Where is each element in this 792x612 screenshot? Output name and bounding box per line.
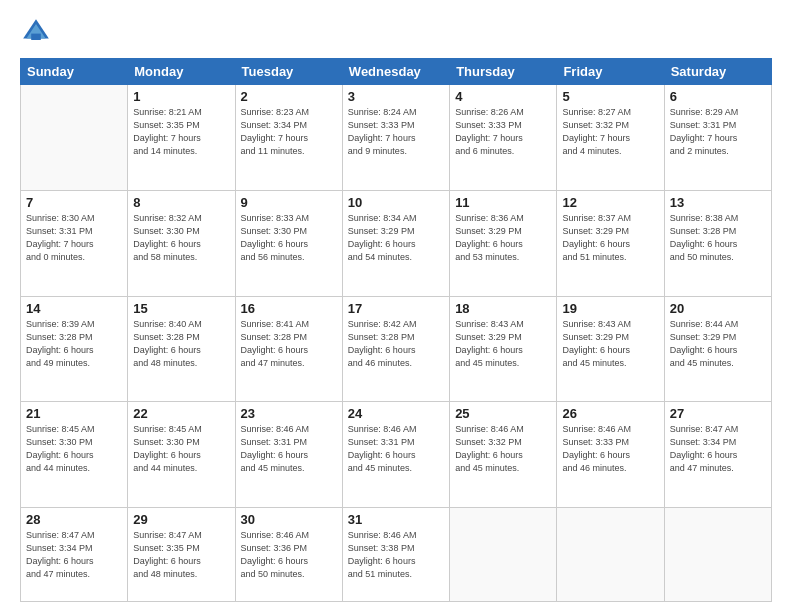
day-number: 30 xyxy=(241,512,337,527)
calendar-week-row: 14Sunrise: 8:39 AM Sunset: 3:28 PM Dayli… xyxy=(21,296,772,402)
calendar-cell: 28Sunrise: 8:47 AM Sunset: 3:34 PM Dayli… xyxy=(21,508,128,602)
day-number: 8 xyxy=(133,195,229,210)
day-of-week-thursday: Thursday xyxy=(450,59,557,85)
calendar-week-row: 1Sunrise: 8:21 AM Sunset: 3:35 PM Daylig… xyxy=(21,85,772,191)
day-info: Sunrise: 8:26 AM Sunset: 3:33 PM Dayligh… xyxy=(455,106,551,158)
day-number: 22 xyxy=(133,406,229,421)
day-info: Sunrise: 8:47 AM Sunset: 3:35 PM Dayligh… xyxy=(133,529,229,581)
day-number: 1 xyxy=(133,89,229,104)
day-number: 2 xyxy=(241,89,337,104)
calendar-cell: 5Sunrise: 8:27 AM Sunset: 3:32 PM Daylig… xyxy=(557,85,664,191)
calendar-cell: 12Sunrise: 8:37 AM Sunset: 3:29 PM Dayli… xyxy=(557,190,664,296)
calendar-cell: 21Sunrise: 8:45 AM Sunset: 3:30 PM Dayli… xyxy=(21,402,128,508)
calendar-cell: 13Sunrise: 8:38 AM Sunset: 3:28 PM Dayli… xyxy=(664,190,771,296)
calendar-cell xyxy=(21,85,128,191)
day-info: Sunrise: 8:34 AM Sunset: 3:29 PM Dayligh… xyxy=(348,212,444,264)
day-of-week-sunday: Sunday xyxy=(21,59,128,85)
day-of-week-wednesday: Wednesday xyxy=(342,59,449,85)
day-info: Sunrise: 8:33 AM Sunset: 3:30 PM Dayligh… xyxy=(241,212,337,264)
calendar-cell: 17Sunrise: 8:42 AM Sunset: 3:28 PM Dayli… xyxy=(342,296,449,402)
calendar-week-row: 21Sunrise: 8:45 AM Sunset: 3:30 PM Dayli… xyxy=(21,402,772,508)
day-number: 17 xyxy=(348,301,444,316)
day-number: 11 xyxy=(455,195,551,210)
day-info: Sunrise: 8:38 AM Sunset: 3:28 PM Dayligh… xyxy=(670,212,766,264)
day-of-week-saturday: Saturday xyxy=(664,59,771,85)
calendar-cell: 3Sunrise: 8:24 AM Sunset: 3:33 PM Daylig… xyxy=(342,85,449,191)
day-number: 5 xyxy=(562,89,658,104)
calendar-cell: 7Sunrise: 8:30 AM Sunset: 3:31 PM Daylig… xyxy=(21,190,128,296)
day-of-week-tuesday: Tuesday xyxy=(235,59,342,85)
day-number: 23 xyxy=(241,406,337,421)
day-number: 25 xyxy=(455,406,551,421)
calendar-cell: 30Sunrise: 8:46 AM Sunset: 3:36 PM Dayli… xyxy=(235,508,342,602)
day-info: Sunrise: 8:47 AM Sunset: 3:34 PM Dayligh… xyxy=(670,423,766,475)
day-number: 7 xyxy=(26,195,122,210)
day-number: 10 xyxy=(348,195,444,210)
day-info: Sunrise: 8:46 AM Sunset: 3:38 PM Dayligh… xyxy=(348,529,444,581)
day-info: Sunrise: 8:43 AM Sunset: 3:29 PM Dayligh… xyxy=(562,318,658,370)
day-info: Sunrise: 8:46 AM Sunset: 3:36 PM Dayligh… xyxy=(241,529,337,581)
day-info: Sunrise: 8:46 AM Sunset: 3:31 PM Dayligh… xyxy=(348,423,444,475)
day-number: 20 xyxy=(670,301,766,316)
day-info: Sunrise: 8:21 AM Sunset: 3:35 PM Dayligh… xyxy=(133,106,229,158)
calendar-cell: 22Sunrise: 8:45 AM Sunset: 3:30 PM Dayli… xyxy=(128,402,235,508)
day-number: 16 xyxy=(241,301,337,316)
svg-rect-2 xyxy=(31,34,41,40)
day-number: 6 xyxy=(670,89,766,104)
day-of-week-friday: Friday xyxy=(557,59,664,85)
calendar-header-row: SundayMondayTuesdayWednesdayThursdayFrid… xyxy=(21,59,772,85)
calendar-week-row: 28Sunrise: 8:47 AM Sunset: 3:34 PM Dayli… xyxy=(21,508,772,602)
calendar-cell xyxy=(450,508,557,602)
day-info: Sunrise: 8:37 AM Sunset: 3:29 PM Dayligh… xyxy=(562,212,658,264)
calendar-cell: 4Sunrise: 8:26 AM Sunset: 3:33 PM Daylig… xyxy=(450,85,557,191)
day-number: 13 xyxy=(670,195,766,210)
day-info: Sunrise: 8:46 AM Sunset: 3:31 PM Dayligh… xyxy=(241,423,337,475)
day-number: 19 xyxy=(562,301,658,316)
day-info: Sunrise: 8:41 AM Sunset: 3:28 PM Dayligh… xyxy=(241,318,337,370)
day-number: 24 xyxy=(348,406,444,421)
calendar-cell: 25Sunrise: 8:46 AM Sunset: 3:32 PM Dayli… xyxy=(450,402,557,508)
day-number: 4 xyxy=(455,89,551,104)
calendar-cell: 9Sunrise: 8:33 AM Sunset: 3:30 PM Daylig… xyxy=(235,190,342,296)
day-number: 26 xyxy=(562,406,658,421)
calendar-cell: 27Sunrise: 8:47 AM Sunset: 3:34 PM Dayli… xyxy=(664,402,771,508)
day-number: 29 xyxy=(133,512,229,527)
day-info: Sunrise: 8:44 AM Sunset: 3:29 PM Dayligh… xyxy=(670,318,766,370)
calendar-cell: 29Sunrise: 8:47 AM Sunset: 3:35 PM Dayli… xyxy=(128,508,235,602)
day-info: Sunrise: 8:29 AM Sunset: 3:31 PM Dayligh… xyxy=(670,106,766,158)
day-number: 18 xyxy=(455,301,551,316)
day-number: 9 xyxy=(241,195,337,210)
day-info: Sunrise: 8:23 AM Sunset: 3:34 PM Dayligh… xyxy=(241,106,337,158)
day-info: Sunrise: 8:30 AM Sunset: 3:31 PM Dayligh… xyxy=(26,212,122,264)
calendar-cell: 11Sunrise: 8:36 AM Sunset: 3:29 PM Dayli… xyxy=(450,190,557,296)
calendar-cell: 15Sunrise: 8:40 AM Sunset: 3:28 PM Dayli… xyxy=(128,296,235,402)
day-info: Sunrise: 8:45 AM Sunset: 3:30 PM Dayligh… xyxy=(133,423,229,475)
calendar-cell: 6Sunrise: 8:29 AM Sunset: 3:31 PM Daylig… xyxy=(664,85,771,191)
day-info: Sunrise: 8:45 AM Sunset: 3:30 PM Dayligh… xyxy=(26,423,122,475)
day-number: 31 xyxy=(348,512,444,527)
logo-icon xyxy=(20,16,52,48)
logo xyxy=(20,16,56,48)
day-info: Sunrise: 8:40 AM Sunset: 3:28 PM Dayligh… xyxy=(133,318,229,370)
calendar-cell: 2Sunrise: 8:23 AM Sunset: 3:34 PM Daylig… xyxy=(235,85,342,191)
day-info: Sunrise: 8:43 AM Sunset: 3:29 PM Dayligh… xyxy=(455,318,551,370)
calendar-cell: 18Sunrise: 8:43 AM Sunset: 3:29 PM Dayli… xyxy=(450,296,557,402)
calendar-cell: 10Sunrise: 8:34 AM Sunset: 3:29 PM Dayli… xyxy=(342,190,449,296)
calendar-cell: 26Sunrise: 8:46 AM Sunset: 3:33 PM Dayli… xyxy=(557,402,664,508)
day-info: Sunrise: 8:27 AM Sunset: 3:32 PM Dayligh… xyxy=(562,106,658,158)
day-info: Sunrise: 8:36 AM Sunset: 3:29 PM Dayligh… xyxy=(455,212,551,264)
day-info: Sunrise: 8:24 AM Sunset: 3:33 PM Dayligh… xyxy=(348,106,444,158)
page: SundayMondayTuesdayWednesdayThursdayFrid… xyxy=(0,0,792,612)
day-info: Sunrise: 8:32 AM Sunset: 3:30 PM Dayligh… xyxy=(133,212,229,264)
day-of-week-monday: Monday xyxy=(128,59,235,85)
day-info: Sunrise: 8:47 AM Sunset: 3:34 PM Dayligh… xyxy=(26,529,122,581)
calendar-cell xyxy=(557,508,664,602)
day-number: 21 xyxy=(26,406,122,421)
calendar-cell: 14Sunrise: 8:39 AM Sunset: 3:28 PM Dayli… xyxy=(21,296,128,402)
calendar-week-row: 7Sunrise: 8:30 AM Sunset: 3:31 PM Daylig… xyxy=(21,190,772,296)
calendar-cell: 31Sunrise: 8:46 AM Sunset: 3:38 PM Dayli… xyxy=(342,508,449,602)
day-info: Sunrise: 8:42 AM Sunset: 3:28 PM Dayligh… xyxy=(348,318,444,370)
day-number: 28 xyxy=(26,512,122,527)
calendar-cell: 20Sunrise: 8:44 AM Sunset: 3:29 PM Dayli… xyxy=(664,296,771,402)
day-info: Sunrise: 8:39 AM Sunset: 3:28 PM Dayligh… xyxy=(26,318,122,370)
